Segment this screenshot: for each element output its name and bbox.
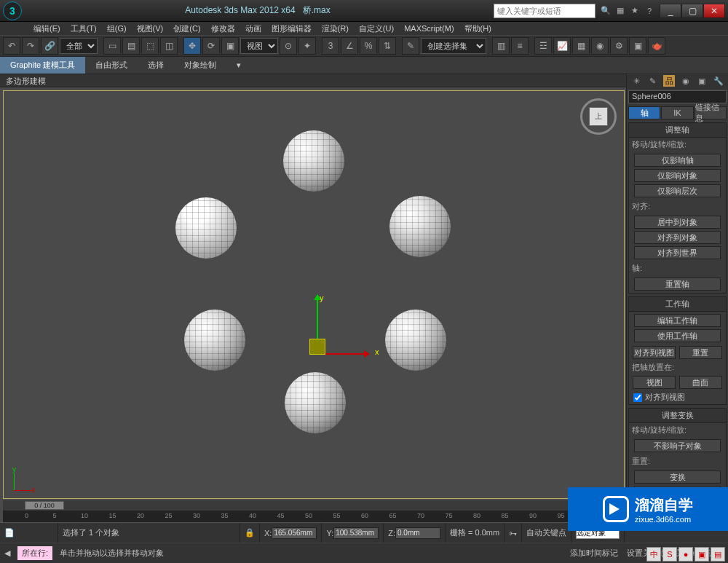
sphere-object[interactable]	[285, 372, 346, 433]
menu-tools[interactable]: 工具(T)	[66, 23, 101, 34]
layer-icon[interactable]: ☲	[534, 37, 552, 55]
menu-view[interactable]: 视图(V)	[132, 23, 168, 34]
mirror-icon[interactable]: ▥	[492, 37, 510, 55]
create-tab-icon[interactable]: ✳	[630, 75, 642, 87]
tab-paint[interactable]: 对象绘制	[174, 57, 226, 74]
tab-freeform[interactable]: 自由形式	[85, 57, 138, 74]
autokey-button[interactable]: 自动关键点	[522, 523, 571, 543]
schematic-icon[interactable]: ▦	[572, 37, 590, 55]
y-coord-input[interactable]	[333, 527, 379, 539]
ik-tab[interactable]: IK	[661, 106, 693, 119]
tray-icon[interactable]: 中	[646, 547, 661, 562]
menu-group[interactable]: 组(G)	[103, 23, 131, 34]
affect-pivot-button[interactable]: 仅影响轴	[634, 154, 721, 167]
menu-modifiers[interactable]: 修改器	[207, 23, 240, 34]
spinner-snap-icon[interactable]: ⇅	[379, 37, 396, 55]
snap-icon[interactable]: 3	[322, 37, 339, 55]
select-region-icon[interactable]: ◫	[160, 37, 178, 55]
script-icon[interactable]: 📄	[4, 528, 15, 538]
render-setup-icon[interactable]: ⚙	[610, 37, 628, 55]
viewport[interactable]: 上 y x yx	[3, 90, 625, 499]
close-button[interactable]: ✕	[703, 4, 725, 18]
viewcube[interactable]: 上	[580, 98, 617, 135]
time-ruler[interactable]: 0510152025303540455055606570758085909510…	[3, 511, 625, 522]
align-icon[interactable]: ≡	[511, 37, 529, 55]
ribbon-min-icon[interactable]: ▾	[226, 58, 251, 73]
sphere-object[interactable]	[389, 196, 451, 257]
menu-help[interactable]: 帮助(H)	[460, 23, 496, 34]
named-sel-icon[interactable]: ✎	[402, 37, 419, 55]
menu-anim[interactable]: 动画	[241, 23, 266, 34]
pivot-tab[interactable]: 轴	[628, 106, 660, 119]
render-icon[interactable]: 🫖	[648, 37, 665, 55]
key-icon[interactable]: 🗝	[509, 529, 517, 538]
time-slider[interactable]: 0 / 100 05101520253035404550556065707580…	[3, 500, 625, 522]
scope-select[interactable]: 全部	[60, 38, 98, 54]
edit-working-pivot-button[interactable]: 编辑工作轴	[634, 314, 721, 327]
reset-pivot-button[interactable]: 重置轴	[634, 277, 721, 291]
menu-create[interactable]: 创建(C)	[169, 23, 205, 34]
tab-selection[interactable]: 选择	[138, 57, 174, 74]
percent-snap-icon[interactable]: %	[360, 37, 377, 55]
align-to-view-check[interactable]	[633, 393, 642, 402]
align-to-object-button[interactable]: 对齐到对象	[634, 231, 721, 244]
material-icon[interactable]: ◉	[591, 37, 609, 55]
help-icon[interactable]: ?	[644, 5, 655, 17]
tab-graphite[interactable]: Graphite 建模工具	[0, 57, 85, 74]
affect-object-button[interactable]: 仅影响对象	[634, 169, 721, 182]
reset-wp-button[interactable]: 重置	[679, 346, 722, 359]
tray-icon[interactable]: S	[662, 547, 677, 562]
x-coord-input[interactable]	[272, 527, 317, 539]
align-to-world-button[interactable]: 对齐到世界	[634, 246, 721, 259]
redo-icon[interactable]: ↷	[22, 37, 39, 55]
reset-transform-button[interactable]: 变换	[634, 471, 721, 484]
time-handle[interactable]: 0 / 100	[25, 501, 64, 510]
place-surface-button[interactable]: 曲面	[679, 376, 722, 389]
tray-icon[interactable]: ●	[678, 547, 693, 562]
move-icon[interactable]: ✥	[183, 37, 201, 55]
linkinfo-tab[interactable]: 链接信息	[695, 106, 727, 119]
menu-edit[interactable]: 编辑(E)	[29, 23, 65, 34]
maximize-button[interactable]: ▢	[681, 4, 703, 18]
align-to-view-button[interactable]: 对齐到视图	[633, 346, 676, 359]
z-coord-input[interactable]	[395, 527, 440, 539]
place-view-button[interactable]: 视图	[633, 376, 676, 389]
select-icon[interactable]: ▭	[103, 37, 121, 55]
sphere-object[interactable]	[175, 197, 237, 259]
menu-render[interactable]: 渲染(R)	[317, 23, 353, 34]
tray-icon[interactable]: ▣	[695, 547, 709, 562]
menu-script[interactable]: MAXScript(M)	[400, 24, 458, 33]
search-icon[interactable]: 🔍	[600, 5, 612, 17]
dont-affect-children-button[interactable]: 不影响子对象	[634, 439, 721, 452]
motion-tab-icon[interactable]: ◉	[680, 75, 692, 87]
display-tab-icon[interactable]: ▣	[696, 75, 708, 87]
help-search-input[interactable]	[494, 4, 596, 18]
render-frame-icon[interactable]: ▣	[629, 37, 646, 55]
utilities-tab-icon[interactable]: 🔧	[713, 75, 724, 87]
sphere-object[interactable]	[283, 130, 344, 192]
selection-set-select[interactable]: 创建选择集	[421, 38, 486, 54]
select-name-icon[interactable]: ▤	[122, 37, 140, 55]
use-working-pivot-button[interactable]: 使用工作轴	[634, 329, 721, 342]
sphere-object[interactable]	[184, 310, 245, 371]
angle-snap-icon[interactable]: ∠	[341, 37, 358, 55]
star-icon[interactable]: ★	[629, 5, 641, 17]
minimize-button[interactable]: _	[660, 4, 681, 18]
undo-icon[interactable]: ↶	[3, 37, 20, 55]
link-icon[interactable]: 🔗	[41, 37, 58, 55]
modify-tab-icon[interactable]: ✎	[647, 75, 659, 87]
pivot-icon[interactable]: ⊙	[280, 37, 297, 55]
menu-graph[interactable]: 图形编辑器	[267, 23, 316, 34]
select-window-icon[interactable]: ⬚	[141, 37, 159, 55]
tray-icon[interactable]: ▤	[711, 547, 725, 562]
scale-icon[interactable]: ▣	[221, 37, 239, 55]
menu-custom[interactable]: 自定义(U)	[355, 23, 398, 34]
hierarchy-tab-icon[interactable]: 品	[663, 75, 675, 87]
affect-hierarchy-button[interactable]: 仅影响层次	[634, 184, 721, 197]
manip-icon[interactable]: ✦	[298, 37, 316, 55]
add-time-tag[interactable]: 添加时间标记	[566, 548, 622, 559]
app-icon[interactable]: 3	[3, 1, 22, 20]
sub-icon[interactable]: ▦	[614, 5, 626, 17]
curve-editor-icon[interactable]: 📈	[553, 37, 571, 55]
sphere-object[interactable]	[385, 310, 446, 371]
